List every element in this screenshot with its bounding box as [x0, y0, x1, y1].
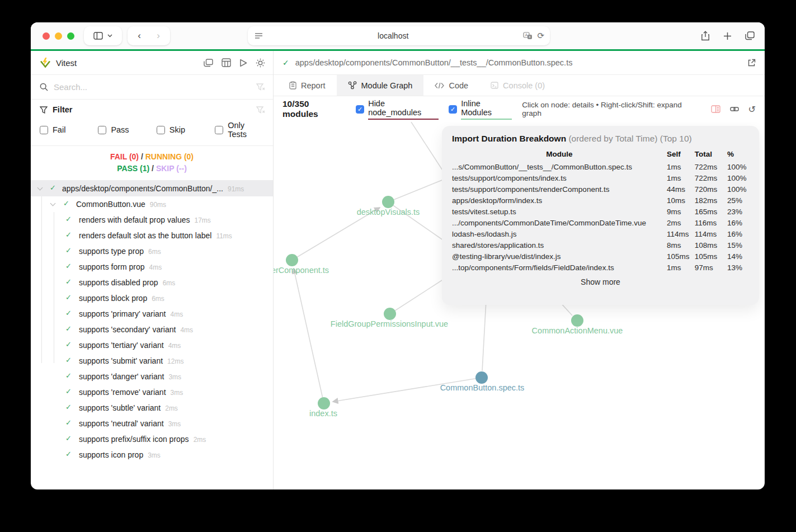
breakdown-row[interactable]: tests/vitest.setup.ts9ms165ms23%: [452, 206, 749, 217]
pass-check-icon: ✓: [65, 324, 72, 333]
pass-check-icon: ✓: [65, 262, 72, 270]
breakdown-row[interactable]: .../components/CommonDateTime/CommonDate…: [452, 217, 749, 228]
graph-node-FieldGroupPermissionsInput[interactable]: [384, 308, 396, 320]
filter-pass[interactable]: Pass: [98, 125, 156, 134]
search-input[interactable]: [54, 82, 251, 92]
graph-hint: Click on node: details • Right-click/Shi…: [522, 101, 699, 117]
test-case-label: supports 'submit' variant: [79, 356, 163, 365]
collapse-tests-icon[interactable]: [204, 59, 213, 67]
filter-skip[interactable]: Skip: [157, 125, 215, 134]
pass-check-icon: ✓: [63, 199, 69, 208]
theme-toggle-sun-icon[interactable]: [256, 58, 265, 68]
graph-node-index[interactable]: [318, 397, 330, 409]
clear-search-filter-icon[interactable]: [256, 83, 265, 91]
chevron-down-icon[interactable]: [50, 201, 56, 206]
back-button[interactable]: ‹: [130, 30, 149, 41]
sidebar-header: Vitest: [31, 51, 273, 75]
fail-checkbox[interactable]: [40, 126, 48, 134]
test-case-row[interactable]: ✓supports 'remove' variant3ms: [31, 384, 273, 400]
module-graph-icon: [348, 81, 357, 90]
sidebar-icon: [93, 32, 103, 40]
hide-node-modules-toggle[interactable]: ✓ Hide node_modules: [356, 99, 439, 120]
breakdown-row[interactable]: ...s/CommonButton/__tests__/CommonButton…: [452, 161, 749, 172]
tab-report[interactable]: Report: [278, 75, 337, 96]
run-all-icon[interactable]: [239, 59, 247, 67]
test-case-row[interactable]: ✓supports block prop6ms: [31, 290, 273, 306]
sidebar-toggle-button[interactable]: [84, 26, 122, 45]
test-case-row[interactable]: ✓renders with default prop values17ms: [31, 212, 273, 228]
graph-node-label: CommonActionMenu.vue: [532, 326, 623, 335]
tab-module-graph[interactable]: Module Graph: [337, 75, 424, 96]
test-case-row[interactable]: ✓renders default slot as the button labe…: [31, 228, 273, 243]
code-icon: [435, 82, 444, 89]
console-icon: [491, 82, 498, 89]
share-icon[interactable]: [701, 31, 710, 41]
new-tab-icon[interactable]: [723, 32, 732, 40]
fail-count: FAIL (0): [110, 152, 139, 161]
open-external-icon[interactable]: [747, 59, 756, 67]
pass-check-icon: ✓: [65, 246, 72, 255]
graph-node-CommonButton-spec[interactable]: [475, 371, 488, 384]
breakdown-row[interactable]: tests/support/components/index.ts1ms722m…: [452, 172, 749, 183]
test-suite-row[interactable]: ✓ CommonButton.vue90ms: [31, 196, 273, 212]
graph-node-desktopVisuals[interactable]: [382, 196, 394, 208]
test-case-row[interactable]: ✓supports 'primary' variant4ms: [31, 306, 273, 322]
dashboard-icon[interactable]: [222, 58, 231, 67]
test-case-row[interactable]: ✓supports 'neutral' variant3ms: [31, 416, 273, 431]
inline-modules-toggle[interactable]: ✓ Inline Modules: [449, 99, 512, 120]
test-time: 3ms: [171, 389, 183, 397]
breakdown-row[interactable]: tests/support/components/renderComponent…: [452, 183, 749, 195]
url-text[interactable]: localhost: [263, 31, 523, 40]
reset-graph-icon[interactable]: ↺: [748, 104, 756, 115]
skip-checkbox[interactable]: [157, 126, 165, 134]
checked-checkbox-icon[interactable]: ✓: [356, 105, 364, 114]
pass-checkbox[interactable]: [98, 126, 106, 134]
test-file-row[interactable]: ✓ apps/desktop/components/CommonButton/_…: [31, 181, 273, 196]
file-path: apps/desktop/components/CommonButton/__t…: [295, 58, 741, 67]
reload-icon[interactable]: ⟳: [537, 31, 544, 41]
link-modules-icon[interactable]: [730, 105, 739, 113]
tab-code[interactable]: Code: [423, 75, 479, 96]
address-bar[interactable]: localhost Ax ⟳: [248, 26, 550, 45]
tab-overview-icon[interactable]: [745, 31, 755, 40]
graph-node-renderComponent[interactable]: [286, 254, 298, 266]
vitest-logo-icon: [40, 58, 51, 68]
breakdown-row[interactable]: shared/stores/application.ts8ms108ms15%: [452, 239, 749, 251]
test-case-row[interactable]: ✓supports prefix/suffix icon props2ms: [31, 431, 273, 447]
reader-view-icon[interactable]: [255, 32, 263, 40]
close-window-button[interactable]: [43, 32, 50, 40]
show-more-button[interactable]: Show more: [452, 273, 749, 286]
filter-only-tests[interactable]: Only Tests: [215, 121, 265, 139]
graph-node-CommonActionMenu[interactable]: [571, 314, 583, 327]
clear-filters-icon[interactable]: [256, 106, 265, 114]
test-case-row[interactable]: ✓supports 'danger' variant3ms: [31, 369, 273, 384]
tab-console[interactable]: Console (0): [479, 75, 556, 96]
breakdown-row[interactable]: ...top/components/Form/fields/FieldDate/…: [452, 262, 749, 273]
forward-button[interactable]: ›: [149, 30, 168, 41]
test-case-row[interactable]: ✓supports 'tertiary' variant4ms: [31, 337, 273, 353]
test-case-row[interactable]: ✓supports disabled prop6ms: [31, 275, 273, 290]
module-graph-canvas[interactable]: renderComponent.ts desktopVisuals.ts Fie…: [274, 122, 765, 489]
test-case-row[interactable]: ✓supports form prop4ms: [31, 259, 273, 275]
breakdown-row[interactable]: lodash-es/lodash.js114ms114ms16%: [452, 228, 749, 239]
translate-icon[interactable]: Ax: [523, 32, 533, 40]
test-case-row[interactable]: ✓supports 'subtle' variant2ms: [31, 400, 273, 416]
test-case-row[interactable]: ✓supports 'submit' variant12ms: [31, 353, 273, 369]
test-time: 17ms: [194, 216, 210, 224]
breakdown-row[interactable]: @testing-library/vue/dist/index.js105ms1…: [452, 251, 749, 262]
graph-node-label: FieldGroupPermissionsInput.vue: [331, 319, 448, 328]
test-case-row[interactable]: ✓supports icon prop3ms: [31, 447, 273, 463]
pass-check-icon: ✓: [65, 371, 72, 380]
test-file-label: apps/desktop/components/CommonButton/_..…: [62, 184, 223, 193]
checked-checkbox-icon[interactable]: ✓: [449, 105, 457, 114]
chevron-down-icon[interactable]: [37, 185, 43, 191]
test-case-row[interactable]: ✓supports 'secondary' variant4ms: [31, 322, 273, 337]
test-time: 6ms: [152, 295, 164, 303]
filter-fail[interactable]: Fail: [40, 125, 98, 134]
minimize-window-button[interactable]: [55, 32, 62, 40]
breakdown-row[interactable]: apps/desktop/form/index.ts10ms182ms25%: [452, 195, 749, 206]
test-case-row[interactable]: ✓supports type prop6ms: [31, 243, 273, 259]
zoom-window-button[interactable]: [67, 32, 74, 40]
only-tests-checkbox[interactable]: [215, 126, 223, 134]
breakdown-panel-icon[interactable]: [711, 105, 720, 113]
